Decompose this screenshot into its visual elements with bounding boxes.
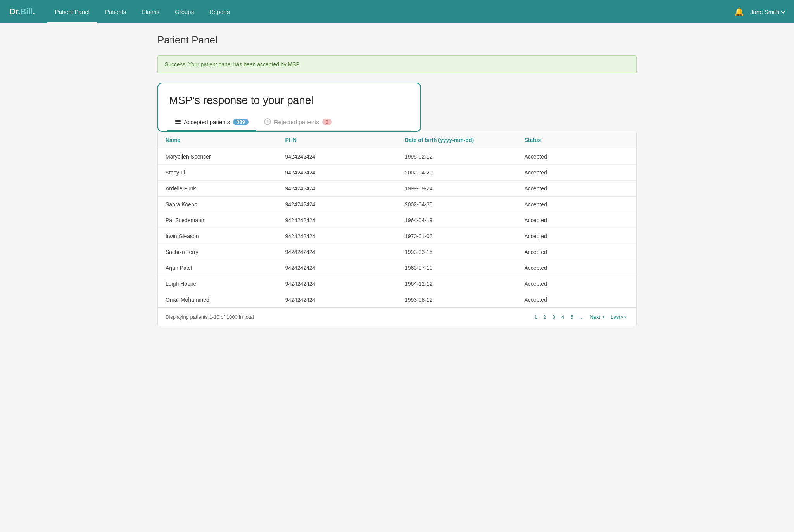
cell-status: Accepted (517, 276, 637, 292)
tab-rejected-label: Rejected patients (274, 119, 319, 125)
cell-status: Accepted (517, 244, 637, 260)
cell-status: Accepted (517, 292, 637, 307)
tab-accepted[interactable]: Accepted patients 339 (167, 114, 256, 131)
notification-bell-icon[interactable]: 🔔 (734, 7, 744, 16)
cell-phn: 9424242424 (278, 149, 397, 164)
cell-phn: 9424242424 (278, 197, 397, 212)
cell-status: Accepted (517, 197, 637, 212)
table-footer: Displaying patients 1-10 of 1000 in tota… (158, 307, 636, 326)
cell-phn: 9424242424 (278, 181, 397, 196)
user-name-label: Jane Smith (750, 9, 779, 15)
col-header-status: Status (517, 131, 637, 149)
pagination-ellipsis: ... (577, 313, 586, 321)
logo[interactable]: Dr.Bill. (9, 7, 35, 17)
cell-status: Accepted (517, 260, 637, 276)
response-card-title: MSP's response to your panel (169, 94, 409, 107)
cell-dob: 2002-04-30 (397, 197, 517, 212)
cell-name: Pat Stiedemann (158, 212, 278, 228)
page-content: Patient Panel Success! Your patient pane… (145, 23, 649, 337)
cell-name: Arjun Patel (158, 260, 278, 276)
cell-dob: 1995-02-12 (397, 149, 517, 164)
table-row: Sachiko Terry94242424241993-03-15Accepte… (158, 244, 636, 260)
table-body: Maryellen Spencer94242424241995-02-12Acc… (158, 149, 636, 307)
table-row: Leigh Hoppe94242424241964-12-12Accepted (158, 276, 636, 292)
list-icon (175, 120, 181, 124)
cell-dob: 1993-08-12 (397, 292, 517, 307)
cell-name: Maryellen Spencer (158, 149, 278, 164)
warning-icon: ! (264, 118, 271, 125)
cell-status: Accepted (517, 149, 637, 164)
cell-dob: 1964-04-19 (397, 212, 517, 228)
table-row: Irwin Gleason94242424241970-01-03Accepte… (158, 228, 636, 244)
tabs-row: Accepted patients 339 ! Rejected patient… (167, 114, 411, 131)
success-message: Success! Your patient panel has been acc… (165, 61, 300, 67)
cell-dob: 1993-03-15 (397, 244, 517, 260)
cell-status: Accepted (517, 165, 637, 180)
table-row: Stacy Li94242424242002-04-29Accepted (158, 165, 636, 181)
navbar: Dr.Bill. Patient Panel Patients Claims G… (0, 0, 794, 23)
page-link-5[interactable]: 5 (568, 313, 575, 321)
col-header-name: Name (158, 131, 278, 149)
user-menu[interactable]: Jane Smith (750, 9, 785, 15)
cell-status: Accepted (517, 228, 637, 244)
navbar-right: 🔔 Jane Smith (734, 7, 785, 16)
cell-dob: 1963-07-19 (397, 260, 517, 276)
accepted-badge: 339 (233, 119, 249, 125)
cell-name: Sabra Koepp (158, 197, 278, 212)
cell-name: Irwin Gleason (158, 228, 278, 244)
cell-phn: 9424242424 (278, 292, 397, 307)
nav-item-claims[interactable]: Claims (134, 0, 167, 23)
table-row: Pat Stiedemann94242424241964-04-19Accept… (158, 212, 636, 228)
cell-name: Leigh Hoppe (158, 276, 278, 292)
cell-dob: 1964-12-12 (397, 276, 517, 292)
table-row: Arjun Patel94242424241963-07-19Accepted (158, 260, 636, 276)
table-wrapper: Name PHN Date of birth (yyyy-mm-dd) Stat… (157, 131, 637, 326)
page-link-last[interactable]: Last>> (608, 313, 628, 321)
cell-phn: 9424242424 (278, 260, 397, 276)
cell-phn: 9424242424 (278, 244, 397, 260)
cell-dob: 1970-01-03 (397, 228, 517, 244)
table-row: Maryellen Spencer94242424241995-02-12Acc… (158, 149, 636, 165)
nav-item-reports[interactable]: Reports (202, 0, 238, 23)
table-header: Name PHN Date of birth (yyyy-mm-dd) Stat… (158, 131, 636, 149)
display-text: Displaying patients 1-10 of 1000 in tota… (166, 314, 254, 320)
col-header-dob: Date of birth (yyyy-mm-dd) (397, 131, 517, 149)
cell-dob: 1999-09-24 (397, 181, 517, 196)
success-banner: Success! Your patient panel has been acc… (157, 55, 637, 73)
cell-status: Accepted (517, 181, 637, 196)
nav-item-patient-panel[interactable]: Patient Panel (47, 0, 97, 23)
cell-name: Stacy Li (158, 165, 278, 180)
page-link-1[interactable]: 1 (532, 313, 539, 321)
nav-item-patients[interactable]: Patients (97, 0, 134, 23)
table-row: Ardelle Funk94242424241999-09-24Accepted (158, 181, 636, 197)
rejected-badge: 0 (322, 119, 332, 125)
cell-dob: 2002-04-29 (397, 165, 517, 180)
cell-name: Omar Mohammed (158, 292, 278, 307)
page-link-2[interactable]: 2 (541, 313, 549, 321)
cell-status: Accepted (517, 212, 637, 228)
cell-phn: 9424242424 (278, 212, 397, 228)
cell-name: Sachiko Terry (158, 244, 278, 260)
cell-phn: 9424242424 (278, 228, 397, 244)
page-link-4[interactable]: 4 (559, 313, 566, 321)
tab-accepted-label: Accepted patients (184, 119, 230, 125)
cell-phn: 9424242424 (278, 276, 397, 292)
col-header-phn: PHN (278, 131, 397, 149)
tab-rejected[interactable]: ! Rejected patients 0 (256, 114, 340, 131)
response-card: MSP's response to your panel Accepted pa… (157, 83, 421, 132)
page-title: Patient Panel (157, 34, 637, 46)
cell-phn: 9424242424 (278, 165, 397, 180)
page-link-3[interactable]: 3 (550, 313, 558, 321)
page-link-next[interactable]: Next > (587, 313, 607, 321)
table-row: Omar Mohammed94242424241993-08-12Accepte… (158, 292, 636, 307)
table-row: Sabra Koepp94242424242002-04-30Accepted (158, 197, 636, 212)
chevron-down-icon (781, 9, 785, 13)
nav-links: Patient Panel Patients Claims Groups Rep… (47, 0, 734, 23)
cell-name: Ardelle Funk (158, 181, 278, 196)
nav-item-groups[interactable]: Groups (167, 0, 202, 23)
pagination: 1 2 3 4 5 ... Next > Last>> (532, 313, 628, 321)
